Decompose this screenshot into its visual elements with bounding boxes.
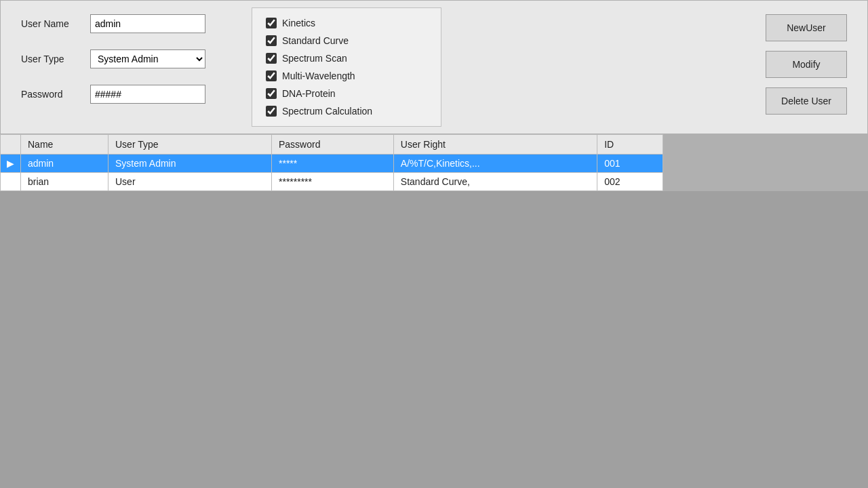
col-password: Password <box>271 135 393 155</box>
row-arrow <box>1 173 21 191</box>
checkbox-section: Kinetics Standard Curve Spectrum Scan Mu… <box>252 7 441 127</box>
checkbox-dna-protein: DNA-Protein <box>266 88 427 99</box>
col-name: Name <box>21 135 108 155</box>
row-user-right: Standard Curve, <box>393 173 597 191</box>
spectrum-calc-label: Spectrum Calculation <box>282 106 372 117</box>
row-user-type: User <box>108 173 272 191</box>
row-id: 001 <box>597 155 663 173</box>
spectrum-calc-checkbox[interactable] <box>266 106 277 117</box>
checkbox-kinetics: Kinetics <box>266 18 427 28</box>
users-table: Name User Type Password User Right ID ▶ … <box>0 134 663 191</box>
kinetics-checkbox[interactable] <box>266 18 277 28</box>
checkbox-multi-wavelength: Multi-Wavelength <box>266 70 427 81</box>
spectrum-scan-checkbox[interactable] <box>266 53 277 64</box>
usertype-row: User Type System Admin User Operator <box>21 49 238 68</box>
row-id: 002 <box>597 173 663 191</box>
dna-protein-checkbox[interactable] <box>266 88 277 99</box>
table-header-row: Name User Type Password User Right ID <box>1 135 663 155</box>
col-arrow <box>1 135 21 155</box>
form-section: User Name User Type System Admin User Op… <box>21 14 238 120</box>
row-name: brian <box>21 173 108 191</box>
row-name: admin <box>21 155 108 173</box>
row-user-right: A/%T/C,Kinetics,... <box>393 155 597 173</box>
usertype-label: User Type <box>21 54 82 64</box>
spectrum-scan-label: Spectrum Scan <box>282 53 347 64</box>
col-user-type: User Type <box>108 135 272 155</box>
password-input[interactable] <box>90 85 205 104</box>
standard-curve-label: Standard Curve <box>282 35 349 46</box>
table-row[interactable]: ▶ admin System Admin ***** A/%T/C,Kineti… <box>1 155 663 173</box>
username-input[interactable] <box>90 14 205 33</box>
standard-curve-checkbox[interactable] <box>266 35 277 46</box>
table-row[interactable]: brian User ********* Standard Curve, 002 <box>1 173 663 191</box>
row-arrow: ▶ <box>1 155 21 173</box>
delete-user-button[interactable]: Delete User <box>766 87 847 115</box>
table-section: Name User Type Password User Right ID ▶ … <box>0 134 868 354</box>
top-panel: User Name User Type System Admin User Op… <box>0 0 868 134</box>
password-row: Password <box>21 85 238 104</box>
bottom-empty-area <box>0 191 868 354</box>
checkbox-standard-curve: Standard Curve <box>266 35 427 46</box>
new-user-button[interactable]: NewUser <box>766 14 847 41</box>
username-label: User Name <box>21 18 82 29</box>
username-row: User Name <box>21 14 238 33</box>
multi-wavelength-label: Multi-Wavelength <box>282 70 355 81</box>
checkbox-spectrum-scan: Spectrum Scan <box>266 53 427 64</box>
password-label: Password <box>21 89 82 100</box>
usertype-select[interactable]: System Admin User Operator <box>90 49 205 68</box>
col-id: ID <box>597 135 663 155</box>
col-user-right: User Right <box>393 135 597 155</box>
checkbox-spectrum-calc: Spectrum Calculation <box>266 106 427 117</box>
row-user-type: System Admin <box>108 155 272 173</box>
table-wrapper: Name User Type Password User Right ID ▶ … <box>0 134 868 191</box>
multi-wavelength-checkbox[interactable] <box>266 70 277 81</box>
modify-button[interactable]: Modify <box>766 51 847 78</box>
row-password: ***** <box>271 155 393 173</box>
button-section: NewUser Modify Delete User <box>745 14 847 120</box>
row-password: ********* <box>271 173 393 191</box>
dna-protein-label: DNA-Protein <box>282 88 336 99</box>
kinetics-label: Kinetics <box>282 18 315 28</box>
